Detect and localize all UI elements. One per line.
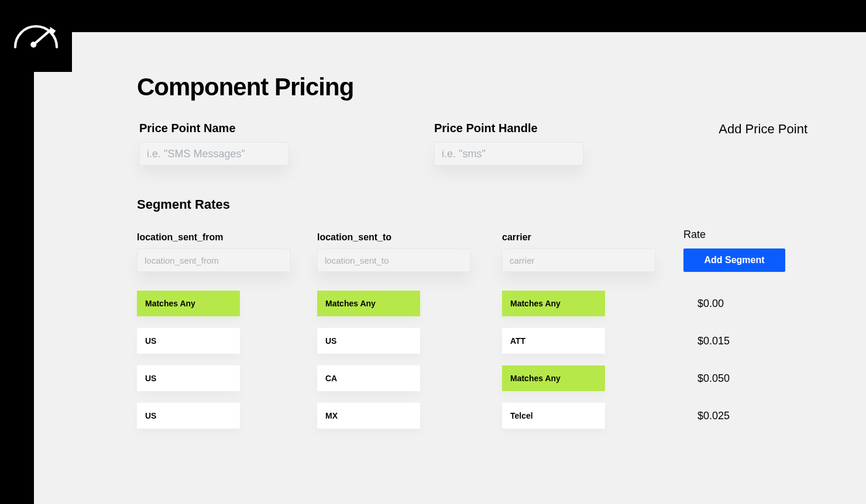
col-rate-label: Rate bbox=[683, 229, 800, 241]
value-chip[interactable]: CA bbox=[317, 365, 420, 391]
price-point-name-input[interactable] bbox=[147, 148, 281, 160]
location-from-filter-wrap[interactable] bbox=[137, 248, 290, 272]
add-price-point-link[interactable]: Add Price Point bbox=[719, 122, 807, 137]
rate-value: $0.050 bbox=[697, 372, 800, 385]
location-to-filter-wrap[interactable] bbox=[317, 248, 470, 272]
add-segment-button[interactable]: Add Segment bbox=[683, 248, 785, 272]
cell-carrier: Telcel bbox=[502, 403, 683, 429]
price-point-name-input-wrap[interactable] bbox=[139, 142, 288, 165]
cell-from: US bbox=[137, 365, 317, 391]
cell-carrier: Matches Any bbox=[502, 365, 683, 391]
carrier-filter-wrap[interactable] bbox=[502, 248, 655, 272]
cell-from: Matches Any bbox=[137, 291, 317, 316]
col-location-to-label: location_sent_to bbox=[317, 232, 502, 243]
matches-any-chip[interactable]: Matches Any bbox=[137, 291, 240, 316]
col-location-from-label: location_sent_from bbox=[137, 232, 317, 243]
page-canvas: Component Pricing Price Point Name Price… bbox=[72, 32, 866, 504]
rate-value: $0.025 bbox=[697, 410, 800, 422]
location-to-filter-input[interactable] bbox=[325, 256, 463, 265]
carrier-filter-input[interactable] bbox=[510, 256, 648, 265]
segment-grid: location_sent_from location_sent_to carr… bbox=[137, 229, 866, 429]
col-location-to: location_sent_to bbox=[317, 232, 502, 272]
col-rate: Rate Add Segment bbox=[683, 229, 800, 272]
col-carrier-label: carrier bbox=[502, 232, 683, 243]
cell-carrier: Matches Any bbox=[502, 291, 683, 316]
top-bar bbox=[0, 0, 866, 32]
value-chip[interactable]: US bbox=[137, 403, 240, 429]
content-card: Component Pricing Price Point Name Price… bbox=[62, 67, 866, 440]
price-point-handle-input-wrap[interactable] bbox=[434, 142, 583, 165]
cell-to: US bbox=[317, 328, 502, 354]
segment-row: Matches AnyMatches AnyMatches Any$0.00 bbox=[137, 291, 866, 316]
cell-from: US bbox=[137, 403, 317, 429]
price-point-name-group: Price Point Name bbox=[139, 122, 434, 165]
svg-line-1 bbox=[33, 30, 51, 44]
col-location-from: location_sent_from bbox=[137, 232, 317, 272]
value-chip[interactable]: ATT bbox=[502, 328, 605, 354]
value-chip[interactable]: US bbox=[137, 365, 240, 391]
col-carrier: carrier bbox=[502, 232, 683, 272]
value-chip[interactable]: Telcel bbox=[502, 403, 605, 429]
cell-to: Matches Any bbox=[317, 291, 502, 316]
logo-box bbox=[0, 0, 72, 72]
cell-rate: $0.025 bbox=[683, 410, 800, 422]
cell-to: MX bbox=[317, 403, 502, 429]
value-chip[interactable]: US bbox=[317, 328, 420, 354]
cell-rate: $0.00 bbox=[683, 298, 800, 310]
page-inner: Component Pricing Price Point Name Price… bbox=[34, 32, 866, 504]
location-from-filter-input[interactable] bbox=[145, 256, 283, 265]
segment-row: USCAMatches Any$0.050 bbox=[137, 365, 866, 391]
segment-rates-title: Segment Rates bbox=[137, 197, 866, 212]
cell-from: US bbox=[137, 328, 317, 354]
cell-to: CA bbox=[317, 365, 502, 391]
rate-value: $0.00 bbox=[697, 298, 800, 310]
value-chip[interactable]: US bbox=[137, 328, 240, 354]
matches-any-chip[interactable]: Matches Any bbox=[502, 291, 605, 316]
segment-row: USMXTelcel$0.025 bbox=[137, 403, 866, 429]
price-point-name-label: Price Point Name bbox=[139, 122, 434, 135]
price-point-handle-group: Price Point Handle bbox=[434, 122, 680, 165]
rate-value: $0.015 bbox=[697, 335, 800, 347]
matches-any-chip[interactable]: Matches Any bbox=[317, 291, 420, 316]
cell-rate: $0.015 bbox=[683, 335, 800, 347]
page-title: Component Pricing bbox=[137, 73, 866, 101]
value-chip[interactable]: MX bbox=[317, 403, 420, 429]
price-point-handle-label: Price Point Handle bbox=[434, 122, 680, 135]
cell-carrier: ATT bbox=[502, 328, 683, 354]
gauge-icon bbox=[11, 20, 61, 52]
segment-headers: location_sent_from location_sent_to carr… bbox=[137, 229, 866, 272]
price-point-handle-input[interactable] bbox=[442, 148, 576, 160]
header-row: Price Point Name Price Point Handle Add … bbox=[139, 122, 866, 165]
matches-any-chip[interactable]: Matches Any bbox=[502, 365, 605, 391]
cell-rate: $0.050 bbox=[683, 372, 800, 385]
segment-rows: Matches AnyMatches AnyMatches Any$0.00US… bbox=[137, 291, 866, 429]
segment-row: USUSATT$0.015 bbox=[137, 328, 866, 354]
